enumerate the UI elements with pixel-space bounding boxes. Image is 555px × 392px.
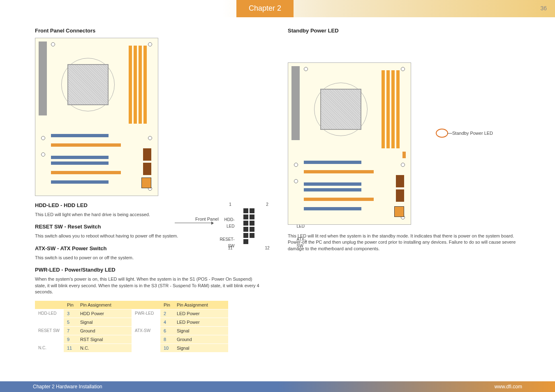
- callout-line: [175, 223, 212, 223]
- footer-right: www.dfi.com: [495, 384, 522, 390]
- motherboard-diagram-right: [288, 62, 411, 225]
- standby-desc: This LED will lit red when the system is…: [288, 233, 520, 252]
- reset-sw-label: RESET-SW: [220, 236, 234, 249]
- standby-led-label: Standby Power LED: [452, 131, 493, 136]
- right-column: Standby Power LED: [275, 28, 555, 353]
- table-header-row: Pin Pin Assignment Pin Pin Assignment: [35, 301, 228, 309]
- pwr-led-heading: PWR-LED - Power/Standby LED: [35, 267, 263, 273]
- pin-2-label: 2: [266, 202, 268, 207]
- standby-callout-line: [447, 133, 452, 134]
- chapter-tab: Chapter 2: [236, 0, 294, 17]
- footer: Chapter 2 Hardware Installation www.dfi.…: [0, 381, 555, 392]
- atx-desc: This switch is used to power on or off t…: [35, 255, 263, 261]
- header-band: Chapter 2 36: [0, 0, 555, 17]
- page-number: 36: [540, 5, 547, 12]
- left-column: Front Panel Connectors: [0, 28, 275, 353]
- pin-diagram: 1 2 HDD-LED RESET-SW: [212, 202, 286, 250]
- standby-led-circle: [436, 129, 448, 138]
- section-title-right: Standby Power LED: [288, 28, 520, 34]
- table-row: RESET SW 7 Ground ATX-SW 6 Signal: [35, 327, 228, 335]
- section-title-left: Front Panel Connectors: [35, 28, 263, 34]
- footer-left: Chapter 2 Hardware Installation: [33, 384, 102, 390]
- atx-sw-label: ATX-SW: [297, 236, 308, 249]
- table-row: HDD-LED 3 HDD Power PWR-LED 2 LED Power: [35, 309, 228, 318]
- pinout-table: Pin Pin Assignment Pin Pin Assignment HD…: [35, 301, 228, 353]
- hdd-led-label: HDD-LED: [220, 217, 234, 230]
- standby-led-indicator: [402, 152, 406, 158]
- pin-12-label: 12: [265, 246, 269, 250]
- pwr-led-desc: When the system's power is on, this LED …: [35, 276, 263, 295]
- content-area: Front Panel Connectors: [0, 17, 555, 353]
- pin-1-label: 1: [229, 202, 231, 207]
- motherboard-diagram-left: [35, 38, 158, 196]
